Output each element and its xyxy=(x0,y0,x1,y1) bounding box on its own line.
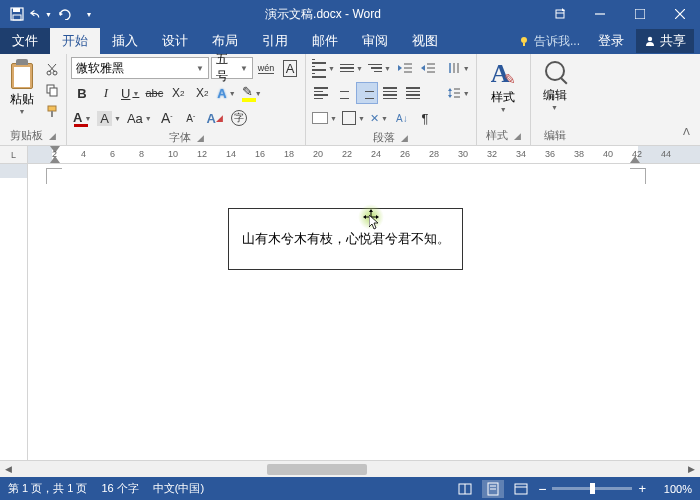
zoom-level[interactable]: 100% xyxy=(652,483,692,495)
decrease-indent-button[interactable] xyxy=(394,57,416,79)
maximize-button[interactable] xyxy=(620,0,660,28)
align-center-button[interactable] xyxy=(333,82,355,104)
ruler-vertical[interactable] xyxy=(0,164,28,460)
text-box[interactable]: 山有木兮木有枝，心悦君兮君不知。 xyxy=(228,208,463,270)
tab-insert[interactable]: 插入 xyxy=(100,28,150,54)
qat-customize-button[interactable]: ▾ xyxy=(78,3,100,25)
statusbar: 第 1 页，共 1 页 16 个字 中文(中国) − + 100% xyxy=(0,477,700,500)
asian-layout-button[interactable]: ✕▼ xyxy=(368,107,390,129)
tell-me-search[interactable]: 告诉我... xyxy=(512,33,586,50)
align-left-button[interactable] xyxy=(310,82,332,104)
font-dialog-launcher[interactable]: ◢ xyxy=(197,133,204,143)
change-case-button[interactable]: Aa▼ xyxy=(125,107,154,129)
zoom-slider[interactable] xyxy=(552,487,632,490)
align-justify-button[interactable] xyxy=(379,82,401,104)
character-border-button[interactable]: A xyxy=(279,57,301,79)
grow-font-button[interactable]: Aˆ xyxy=(156,107,178,129)
tab-references[interactable]: 引用 xyxy=(250,28,300,54)
document-area: 山有木兮木有枝，心悦君兮君不知。 xyxy=(0,164,700,460)
collapse-ribbon-button[interactable]: ᐱ xyxy=(676,121,696,141)
highlight-button[interactable]: ✎▼ xyxy=(240,82,264,104)
font-name-value: 微软雅黑 xyxy=(76,60,124,77)
minimize-button[interactable] xyxy=(580,0,620,28)
tab-design[interactable]: 设计 xyxy=(150,28,200,54)
show-marks-button[interactable]: ¶ xyxy=(414,107,436,129)
font-color-button[interactable]: A▼ xyxy=(71,107,93,129)
scroll-thumb[interactable] xyxy=(267,464,367,475)
svg-point-8 xyxy=(521,37,527,43)
align-distributed-button[interactable] xyxy=(402,82,424,104)
paste-button[interactable]: 粘贴 ▼ xyxy=(4,57,40,117)
tab-mailings[interactable]: 邮件 xyxy=(300,28,350,54)
language-status[interactable]: 中文(中国) xyxy=(153,481,204,496)
tab-home[interactable]: 开始 xyxy=(50,28,100,54)
styles-dialog-launcher[interactable]: ◢ xyxy=(514,131,521,141)
strike-button[interactable]: abc xyxy=(143,82,165,104)
tab-file[interactable]: 文件 xyxy=(0,28,50,54)
close-button[interactable] xyxy=(660,0,700,28)
font-name-combo[interactable]: 微软雅黑▼ xyxy=(71,57,209,79)
zoom-out-button[interactable]: − xyxy=(538,481,546,497)
scroll-left-button[interactable]: ◀ xyxy=(0,461,17,478)
cut-button[interactable] xyxy=(42,59,62,79)
tab-review[interactable]: 审阅 xyxy=(350,28,400,54)
increase-indent-button[interactable] xyxy=(417,57,439,79)
ruler-horizontal[interactable]: L 24681012141618202224262830323436384042… xyxy=(0,146,700,164)
shrink-font-button[interactable]: Aˇ xyxy=(180,107,202,129)
svg-rect-5 xyxy=(635,9,645,19)
format-painter-button[interactable] xyxy=(42,101,62,121)
align-right-button[interactable] xyxy=(356,82,378,104)
read-mode-button[interactable] xyxy=(454,480,476,498)
text-effects-button[interactable]: A▼ xyxy=(215,82,237,104)
sort-button[interactable]: A↓ xyxy=(391,107,413,129)
underline-button[interactable]: U▼ xyxy=(119,82,141,104)
bold-button[interactable]: B xyxy=(71,82,93,104)
print-layout-button[interactable] xyxy=(482,480,504,498)
multilevel-list-button[interactable]: ▼ xyxy=(366,57,393,79)
signin-button[interactable]: 登录 xyxy=(590,28,632,54)
tell-me-label: 告诉我... xyxy=(534,33,580,50)
share-button[interactable]: 共享 xyxy=(636,29,694,53)
undo-button[interactable]: ▼ xyxy=(30,3,52,25)
group-editing-label: 编辑 xyxy=(544,128,566,143)
save-button[interactable] xyxy=(6,3,28,25)
web-layout-button[interactable] xyxy=(510,480,532,498)
ruler-tick: 40 xyxy=(603,149,613,159)
clear-formatting-button[interactable]: A◢ xyxy=(204,107,226,129)
scrollbar-horizontal[interactable]: ◀ ▶ xyxy=(0,460,700,477)
ribbon: 粘贴 ▼ 剪贴板◢ 微软雅黑▼ 五号▼ wén A B xyxy=(0,54,700,146)
scroll-track[interactable] xyxy=(17,461,683,478)
char-shading-button[interactable]: A▼ xyxy=(95,107,123,129)
word-count[interactable]: 16 个字 xyxy=(101,481,138,496)
phonetic-guide-button[interactable]: wén xyxy=(255,57,277,79)
enclose-chars-button[interactable]: 字 xyxy=(228,107,250,129)
scroll-right-button[interactable]: ▶ xyxy=(683,461,700,478)
bullets-button[interactable]: ▼ xyxy=(310,57,337,79)
shading-button[interactable]: ▼ xyxy=(310,107,339,129)
page-status[interactable]: 第 1 页，共 1 页 xyxy=(8,481,87,496)
svg-point-10 xyxy=(648,37,652,41)
borders-button[interactable]: ▼ xyxy=(340,107,367,129)
superscript-button[interactable]: X2 xyxy=(191,82,213,104)
paragraph-dialog-launcher[interactable]: ◢ xyxy=(401,133,408,143)
line-spacing-button[interactable]: ▼ xyxy=(445,82,472,104)
styles-button[interactable]: A✎ 样式 ▼ xyxy=(481,57,526,117)
document-canvas[interactable]: 山有木兮木有枝，心悦君兮君不知。 xyxy=(28,164,700,460)
zoom-in-button[interactable]: + xyxy=(638,481,646,496)
subscript-button[interactable]: X2 xyxy=(167,82,189,104)
tab-selector[interactable]: L xyxy=(0,146,28,163)
numbering-button[interactable]: ▼ xyxy=(338,57,365,79)
ruler-tick: 28 xyxy=(429,149,439,159)
copy-button[interactable] xyxy=(42,80,62,100)
text-direction-button[interactable]: ▼ xyxy=(445,57,472,79)
tab-view[interactable]: 视图 xyxy=(400,28,450,54)
ribbon-options-button[interactable] xyxy=(540,0,580,28)
page-margin-corner xyxy=(630,168,646,184)
clipboard-dialog-launcher[interactable]: ◢ xyxy=(49,131,56,141)
ruler-tick: 38 xyxy=(574,149,584,159)
font-size-combo[interactable]: 五号▼ xyxy=(211,57,253,79)
redo-button[interactable] xyxy=(54,3,76,25)
clipboard-icon xyxy=(8,59,36,89)
find-button[interactable]: 编辑 ▼ xyxy=(535,57,575,115)
italic-button[interactable]: I xyxy=(95,82,117,104)
